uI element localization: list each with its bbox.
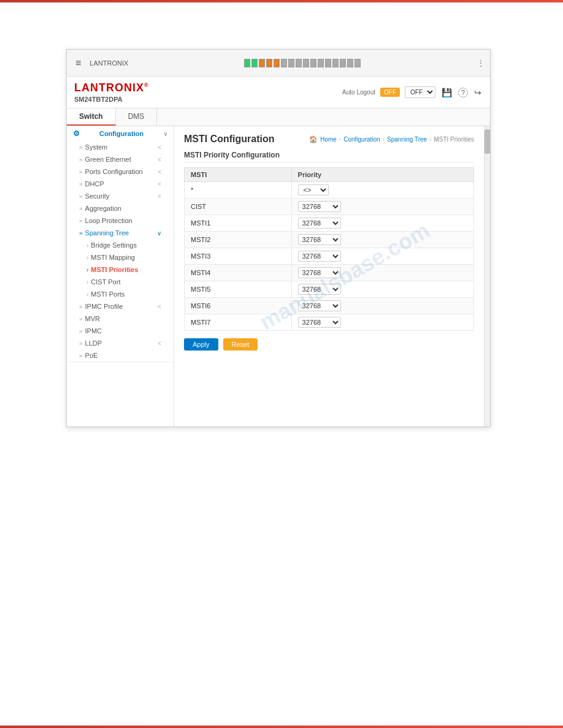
sidebar-item-dhcp[interactable]: » DHCP < — [67, 178, 174, 190]
content-area: manualsbase.com MSTI Configuration 🏠 Hom… — [174, 126, 484, 427]
priority-msti3-select[interactable]: 32768 0 — [298, 251, 341, 262]
toggle-dropdown[interactable]: OFF ON — [405, 86, 435, 98]
sidebar-item-security[interactable]: » Security < — [67, 190, 174, 202]
sub-arrow-ipmc-profile: » — [79, 303, 83, 310]
sidebar-item-green-ethernet[interactable]: » Green Ethernet < — [67, 153, 174, 165]
sidebar-item-aggregation[interactable]: » Aggregation — [67, 202, 174, 214]
sub-arrow-mvr: » — [79, 316, 83, 322]
reset-button[interactable]: Reset — [223, 338, 258, 351]
sidebar-ports-arrow: < — [158, 169, 161, 175]
priority-msti4-select[interactable]: 32768 0 — [298, 267, 341, 278]
sub-arrow-system: » — [79, 144, 83, 151]
sub-arrow-msti-priorities: › — [86, 267, 88, 273]
sidebar-section-configuration: ⚙ Configuration ∨ » System < » Green Eth… — [67, 126, 174, 362]
sidebar-item-mvr[interactable]: » MVR — [67, 313, 174, 325]
sidebar-item-lldp[interactable]: » LLDP < — [67, 337, 174, 349]
content-header: MSTI Configuration 🏠 Home › Configuratio… — [184, 134, 474, 145]
sidebar-green-ethernet-label: Green Ethernet — [85, 156, 131, 163]
priority-msti6-cell: 32768 0 — [291, 298, 473, 314]
sidebar-item-msti-mapping[interactable]: › MSTI Mapping — [67, 251, 174, 264]
sidebar-spanning-label: Spanning Tree — [85, 229, 129, 237]
breadcrumb-spanning-link[interactable]: Spanning Tree — [387, 136, 427, 143]
priority-msti6-select[interactable]: 32768 0 — [298, 300, 341, 311]
priority-msti1-select[interactable]: 32768 0 4096 8192 16384 24576 — [298, 218, 341, 229]
sub-arrow-cist-port: › — [86, 279, 88, 286]
sidebar: ⚙ Configuration ∨ » System < » Green Eth… — [67, 126, 174, 427]
sidebar-mvr-label: MVR — [85, 315, 100, 322]
breadcrumb-sep-2: › — [383, 136, 385, 143]
table-row-msti2: MSTI2 32768 0 4096 — [185, 232, 474, 248]
port-11 — [318, 59, 324, 67]
sub-arrow-security: » — [79, 193, 83, 200]
device-diagram — [133, 53, 472, 73]
sidebar-aggregation-label: Aggregation — [85, 205, 121, 212]
msti6-cell: MSTI6 — [185, 298, 292, 314]
priority-msti5-select[interactable]: 32768 0 — [298, 284, 341, 295]
msti-table: MSTI Priority * <> 0 4096 — [184, 167, 474, 331]
table-row-msti3: MSTI3 32768 0 — [185, 248, 474, 265]
port-1 — [244, 59, 250, 67]
bottom-border — [0, 726, 563, 728]
sidebar-item-ports-configuration[interactable]: » Ports Configuration < — [67, 165, 174, 178]
tab-bar: Switch DMS — [67, 108, 490, 126]
save-icon[interactable]: 💾 — [440, 86, 453, 99]
sidebar-item-system[interactable]: » System < — [67, 141, 174, 153]
sidebar-item-ipmc[interactable]: » IPMC — [67, 325, 174, 337]
home-icon: 🏠 — [309, 135, 318, 143]
msti3-cell: MSTI3 — [185, 248, 292, 265]
tab-dms[interactable]: DMS — [116, 108, 158, 126]
table-row-msti6: MSTI6 32768 0 — [185, 298, 474, 314]
port-12 — [325, 59, 331, 67]
sidebar-ports-label: Ports Configuration — [85, 168, 143, 175]
hamburger-icon[interactable]: ≡ — [72, 56, 85, 70]
priority-cist-select[interactable]: 32768 0 4096 8192 16384 24576 40960 4915… — [298, 201, 341, 212]
port-13 — [332, 59, 339, 67]
apply-button[interactable]: Apply — [184, 338, 218, 351]
sidebar-item-cist-port[interactable]: › CIST Port — [67, 276, 174, 288]
priority-wildcard-select[interactable]: <> 0 4096 8192 12288 16384 20480 24576 2… — [298, 184, 329, 195]
gear-icon: ⚙ — [73, 129, 80, 138]
sidebar-lldp-label: LLDP — [85, 339, 102, 347]
table-row-msti4: MSTI4 32768 0 — [185, 265, 474, 281]
sidebar-item-bridge-settings[interactable]: › Bridge Settings — [67, 239, 174, 251]
port-6 — [281, 59, 287, 67]
sidebar-lldp-arrow: < — [158, 340, 161, 347]
priority-msti2-select[interactable]: 32768 0 4096 — [298, 234, 341, 245]
msti4-cell: MSTI4 — [185, 265, 292, 281]
logo-area: LANTRONIX® SM24TBT2DPA — [74, 82, 149, 103]
sidebar-ipmc-profile-label: IPMC Profile — [85, 303, 123, 310]
sidebar-item-poe[interactable]: » PoE — [67, 349, 174, 362]
toggle-button[interactable]: OFF — [380, 88, 400, 97]
msti2-cell: MSTI2 — [185, 232, 292, 248]
col-msti: MSTI — [185, 168, 292, 182]
sub-arrow-lldp: » — [79, 340, 83, 347]
help-icon[interactable]: ? — [458, 88, 468, 97]
device-label: LANTRONIX — [90, 59, 128, 67]
breadcrumb-configuration-link[interactable]: Configuration — [343, 136, 380, 143]
top-controls: Auto Logout OFF OFF ON 💾 ? ↪ — [342, 86, 483, 99]
tab-switch[interactable]: Switch — [67, 108, 116, 126]
sidebar-item-ipmc-profile[interactable]: » IPMC Profile < — [67, 300, 174, 313]
priority-wildcard-cell: <> 0 4096 8192 12288 16384 20480 24576 2… — [291, 182, 473, 199]
page-title: MSTI Configuration — [184, 134, 275, 145]
logout-icon[interactable]: ↪ — [473, 86, 483, 99]
breadcrumb-home-link[interactable]: Home — [320, 136, 337, 143]
sidebar-item-msti-ports[interactable]: › MSTI Ports — [67, 288, 174, 300]
sidebar-system-arrow: < — [158, 144, 161, 151]
sidebar-system-label: System — [85, 143, 108, 151]
port-5 — [274, 59, 280, 67]
table-row-wildcard: * <> 0 4096 8192 12288 16384 20480 — [185, 182, 474, 199]
sidebar-item-loop-protection[interactable]: » Loop Protection — [67, 214, 174, 227]
sub-arrow-aggregation: » — [79, 205, 83, 212]
sidebar-item-configuration[interactable]: ⚙ Configuration ∨ — [67, 126, 174, 141]
logo-text: LANTRONIX — [74, 82, 144, 94]
sidebar-dhcp-label: DHCP — [85, 180, 104, 188]
sidebar-item-msti-priorities[interactable]: › MSTI Priorities — [67, 264, 174, 276]
logo-bar: LANTRONIX® SM24TBT2DPA Auto Logout OFF O… — [67, 77, 490, 108]
scrollbar-area[interactable] — [484, 126, 490, 427]
main-layout: ⚙ Configuration ∨ » System < » Green Eth… — [67, 126, 490, 427]
msti-wildcard-cell: * — [185, 182, 292, 199]
scrollbar-thumb[interactable] — [484, 129, 490, 154]
sidebar-item-spanning-tree[interactable]: » Spanning Tree ∨ — [67, 227, 174, 239]
priority-msti7-select[interactable]: 32768 0 — [298, 317, 341, 328]
